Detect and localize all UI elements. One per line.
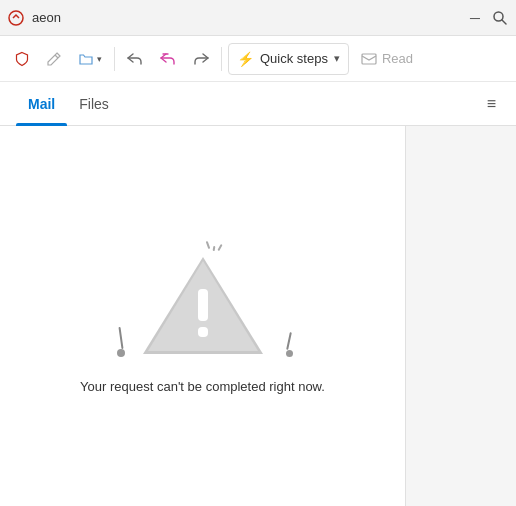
- shield-button[interactable]: [8, 43, 36, 75]
- quick-steps-chevron-icon: ▾: [334, 52, 340, 65]
- svg-rect-8: [198, 327, 208, 337]
- quick-steps-button[interactable]: ⚡ Quick steps ▾: [228, 43, 349, 75]
- title-bar: aeon ─: [0, 0, 516, 36]
- tab-mail[interactable]: Mail: [16, 82, 67, 126]
- right-panel: [405, 126, 516, 506]
- filter-icon[interactable]: ≡: [483, 91, 500, 117]
- lightning-icon: ⚡: [237, 51, 254, 67]
- app-name: aeon: [32, 10, 462, 25]
- reply-all-button[interactable]: [153, 43, 183, 75]
- left-spike: [117, 327, 125, 357]
- svg-point-0: [9, 11, 23, 25]
- divider-1: [114, 47, 115, 71]
- minimize-button[interactable]: ─: [470, 10, 480, 26]
- svg-rect-4: [362, 54, 376, 64]
- toolbar: ▾ ⚡ Quick steps ▾ Read: [0, 36, 516, 82]
- quick-steps-label: Quick steps: [260, 51, 328, 66]
- forward-button[interactable]: [187, 43, 215, 75]
- warning-triangle: [138, 249, 268, 359]
- svg-line-3: [55, 55, 58, 58]
- tabs-area: Mail Files ≡: [0, 82, 516, 126]
- right-spike: [286, 332, 293, 357]
- svg-line-2: [502, 20, 506, 24]
- folder-button[interactable]: ▾: [72, 43, 108, 75]
- error-message: Your request can't be completed right no…: [80, 379, 325, 394]
- search-button[interactable]: [492, 10, 508, 26]
- error-illustration: [103, 239, 303, 359]
- title-bar-controls: ─: [470, 10, 508, 26]
- reply-button[interactable]: [121, 43, 149, 75]
- app-icon: [8, 10, 24, 26]
- read-button[interactable]: Read: [353, 43, 421, 75]
- mail-tab-label: Mail: [28, 96, 55, 112]
- svg-rect-7: [198, 289, 208, 321]
- tab-files[interactable]: Files: [67, 82, 121, 126]
- files-tab-label: Files: [79, 96, 109, 112]
- main-content: Your request can't be completed right no…: [0, 126, 516, 506]
- divider-2: [221, 47, 222, 71]
- edit-button[interactable]: [40, 43, 68, 75]
- read-label: Read: [382, 51, 413, 66]
- mail-panel: Your request can't be completed right no…: [0, 126, 405, 506]
